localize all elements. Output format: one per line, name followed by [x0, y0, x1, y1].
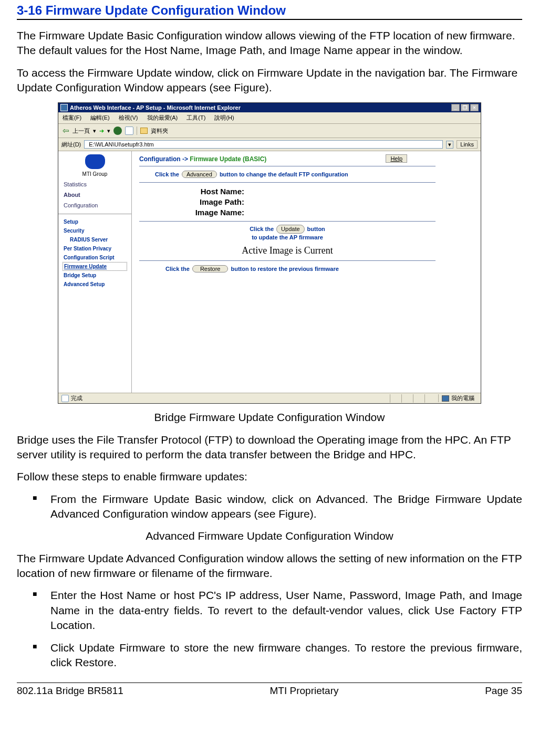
menu-edit[interactable]: 編輯(E) — [90, 114, 110, 121]
close-button[interactable]: × — [470, 104, 479, 111]
sidebar-item-radius[interactable]: RADIUS Server — [58, 235, 131, 244]
window-title-text: Atheros Web Interface - AP Setup - Micro… — [70, 104, 241, 111]
update-hint: Click the Update button to update the AP… — [250, 225, 325, 241]
logo-label: MTI Group — [58, 171, 131, 177]
page-footer: 802.11a Bridge BR5811 MTI Proprietary Pa… — [17, 683, 522, 703]
help-button[interactable]: Help — [386, 154, 407, 163]
my-computer-label: 我的電腦 — [451, 394, 474, 402]
footer-center: MTI Proprietary — [270, 685, 339, 697]
host-name-label: Host Name: — [155, 187, 244, 196]
menu-bar: 檔案(F) 編輯(E) 檢視(V) 我的最愛(A) 工具(T) 說明(H) — [58, 112, 481, 124]
breadcrumb: Configuration -> Firmware Update (BASIC) — [139, 155, 473, 163]
status-done-text: 完成 — [71, 394, 82, 402]
intro-paragraph-2: To access the Firmware Update window, cl… — [17, 66, 522, 96]
figure-caption-1: Bridge Firmware Update Configuration Win… — [17, 410, 522, 425]
sidebar-item-statistics[interactable]: Statistics — [58, 179, 131, 190]
intro-paragraph-1: The Firmware Update Basic Configuration … — [17, 28, 522, 58]
screenshot-figure: Atheros Web Interface - AP Setup - Micro… — [58, 102, 481, 404]
status-text: Active Image is Current — [139, 245, 436, 256]
body-paragraph-3: Bridge uses the File Transfer Protocol (… — [17, 433, 522, 463]
sidebar-item-about[interactable]: About — [58, 190, 131, 200]
my-computer-icon — [442, 395, 449, 402]
footer-right: Page 35 — [485, 685, 522, 697]
sidebar-item-configuration[interactable]: Configuration — [58, 200, 131, 211]
logo-icon — [85, 154, 105, 169]
ie-icon — [60, 104, 68, 111]
restore-button[interactable]: Restore — [192, 265, 229, 272]
folders-button[interactable]: 資料夾 — [151, 127, 168, 135]
body-paragraph-4: Follow these steps to enable firmware up… — [17, 469, 522, 484]
done-icon — [61, 395, 69, 402]
restore-button[interactable]: ❐ — [461, 104, 469, 111]
status-bar: 完成 我的電腦 — [58, 393, 481, 403]
restore-hint: Click the Restore button to restore the … — [139, 265, 473, 272]
minimize-button[interactable]: _ — [451, 104, 460, 111]
advanced-hint: Click the Advanced button to change the … — [139, 171, 473, 178]
sidebar-item-privacy[interactable]: Per Station Privacy — [58, 244, 131, 253]
menu-favorites[interactable]: 我的最愛(A) — [147, 114, 178, 121]
bullet-2: Enter the Host Name or host PC's IP addr… — [33, 588, 522, 633]
window-titlebar: Atheros Web Interface - AP Setup - Micro… — [58, 103, 481, 112]
dropdown-icon[interactable]: ▾ — [107, 128, 110, 134]
sidebar: MTI Group Statistics About Configuration… — [58, 151, 132, 393]
sidebar-item-security[interactable]: Security — [58, 226, 131, 235]
main-panel: Configuration -> Firmware Update (BASIC)… — [132, 151, 481, 393]
footer-left: 802.11a Bridge BR5811 — [17, 685, 123, 697]
sidebar-item-bridge[interactable]: Bridge Setup — [58, 271, 131, 280]
address-input[interactable]: E:\WLAN\UI\setupfr3.htm — [84, 140, 443, 149]
address-label: 網址(D) — [61, 141, 81, 149]
image-path-label: Image Path: — [155, 197, 244, 206]
menu-help[interactable]: 說明(H) — [214, 114, 234, 121]
address-value: E:\WLAN\UI\setupfr3.htm — [89, 141, 153, 148]
stop-icon[interactable] — [113, 127, 122, 135]
sidebar-item-script[interactable]: Configuration Script — [58, 253, 131, 262]
update-button[interactable]: Update — [276, 225, 304, 233]
advanced-button[interactable]: Advanced — [182, 171, 217, 178]
forward-icon[interactable]: ➔ — [99, 128, 104, 134]
section-title: 3-16 Firmware Update Configuration Windo… — [17, 3, 522, 20]
body-paragraph-5: The Firmware Update Advanced Configurati… — [17, 551, 522, 581]
bullet-1: From the Firmware Update Basic window, c… — [33, 492, 522, 522]
dropdown-icon[interactable]: ▾ — [93, 128, 96, 134]
menu-tools[interactable]: 工具(T) — [186, 114, 205, 121]
sidebar-item-setup[interactable]: Setup — [58, 217, 131, 226]
links-button[interactable]: Links — [457, 140, 478, 149]
figure-caption-2: Advanced Firmware Update Configuration W… — [17, 529, 522, 543]
menu-file[interactable]: 檔案(F) — [63, 114, 81, 121]
menu-view[interactable]: 檢視(V) — [119, 114, 138, 121]
image-name-label: Image Name: — [155, 208, 244, 217]
address-bar: 網址(D) E:\WLAN\UI\setupfr3.htm ▾ Links — [58, 138, 481, 151]
back-icon[interactable]: ⇦ — [63, 126, 69, 135]
toolbar: ⇦ 上一頁 ▾ ➔ ▾ 資料夾 — [58, 124, 481, 138]
sidebar-item-firmware[interactable]: Firmware Update — [63, 262, 127, 271]
bullet-3: Click Update Firmware to store the new f… — [33, 640, 522, 670]
sidebar-item-advanced[interactable]: Advanced Setup — [58, 280, 131, 289]
folders-icon[interactable] — [140, 128, 148, 134]
refresh-icon[interactable] — [125, 127, 133, 135]
address-dropdown-icon[interactable]: ▾ — [446, 141, 453, 149]
back-button[interactable]: 上一頁 — [72, 127, 90, 135]
